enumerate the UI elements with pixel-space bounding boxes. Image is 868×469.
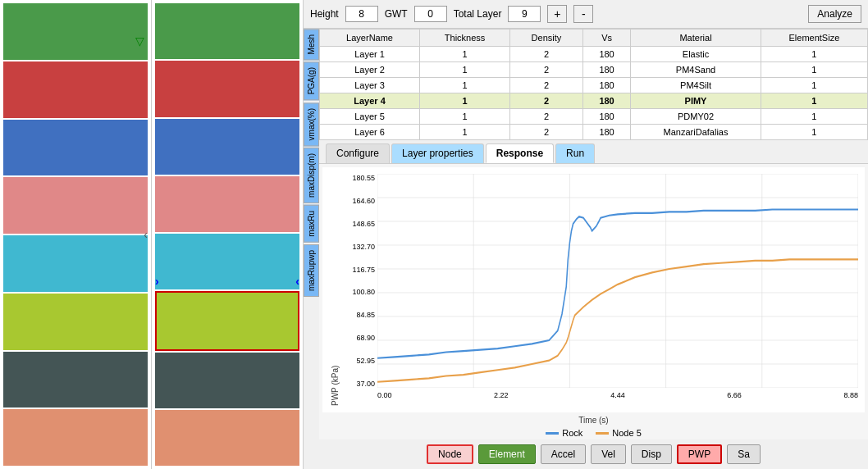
middle-layer-block[interactable] (155, 410, 299, 466)
table-area: LayerName Thickness Density Vs Material … (319, 29, 868, 140)
table-header-row: LayerName Thickness Density Vs Material … (320, 30, 868, 47)
cell-elementsize: 1 (761, 109, 867, 125)
cell-density: 2 (510, 125, 583, 140)
cell-density: 2 (510, 47, 583, 62)
content-with-sides: Mesh PGA(g) vmax(%) maxDisp(m) maxRu max… (304, 29, 868, 469)
y-axis-ticks: 180.55 164.60 148.65 132.70 116.75 100.8… (340, 174, 377, 388)
sa-button[interactable]: Sa (727, 444, 761, 464)
maxdisp-tab[interactable]: maxDisp(m) (304, 148, 319, 203)
y-axis-label: PWP (kPa) (329, 174, 340, 406)
left-layer-block[interactable] (3, 177, 148, 234)
col-vs: Vs (582, 30, 630, 47)
node-button[interactable]: Node (427, 444, 473, 464)
x-axis-ticks: 0.00 2.22 4.44 6.66 8.88 (377, 391, 858, 406)
total-layer-input[interactable] (508, 6, 541, 22)
vmax-tab[interactable]: vmax(%) (304, 102, 319, 146)
tab-run[interactable]: Run (555, 143, 595, 163)
cell-thickness: 1 (420, 109, 510, 125)
cell-thickness: 1 (420, 78, 510, 93)
gwt-input[interactable] (414, 6, 447, 22)
chart-svg (377, 174, 858, 388)
pga-tab[interactable]: PGA(g) (304, 61, 319, 100)
middle-layer-block[interactable] (155, 176, 299, 232)
chart-plot-area (377, 174, 858, 388)
cell-material: PIMY (631, 93, 761, 109)
gwt-label: GWT (385, 8, 408, 20)
cell-vs: 180 (582, 47, 630, 62)
cell-vs: 180 (582, 62, 630, 78)
cell-material: PDMY02 (631, 109, 761, 125)
middle-layer-block[interactable] (155, 3, 299, 59)
middle-layer-block[interactable] (155, 119, 299, 175)
vel-button[interactable]: Vel (591, 444, 626, 464)
cell-name: Layer 1 (320, 47, 420, 62)
col-thickness: Thickness (420, 30, 510, 47)
mesh-tab[interactable]: Mesh (304, 29, 319, 60)
middle-layer-stack: ›‹ (152, 0, 303, 469)
cell-vs: 180 (582, 125, 630, 140)
cell-thickness: 1 (420, 93, 510, 109)
cell-vs: 180 (582, 109, 630, 125)
cell-thickness: 1 (420, 62, 510, 78)
table-row[interactable]: Layer 1 1 2 180 Elastic 1 (320, 47, 868, 62)
tab-configure[interactable]: Configure (326, 143, 390, 163)
legend-node5-label: Node 5 (612, 428, 641, 438)
left-scroll-arrow: ‹ (144, 228, 148, 241)
middle-right-arrow: ‹ (295, 275, 299, 288)
middle-layer-block[interactable] (155, 234, 299, 289)
left-layer-block[interactable] (3, 61, 148, 118)
total-layer-label: Total Layer (454, 8, 502, 20)
cell-elementsize: 1 (761, 47, 867, 62)
middle-layer-block[interactable] (155, 61, 299, 116)
cell-material: PM4Sand (631, 62, 761, 78)
left-layer-block[interactable] (3, 352, 148, 408)
left-layer-block[interactable] (3, 120, 148, 176)
cell-density: 2 (510, 62, 583, 78)
cell-name: Layer 4 (320, 93, 420, 109)
cell-material: PM4Silt (631, 78, 761, 93)
element-button[interactable]: Element (478, 444, 536, 464)
table-row[interactable]: Layer 5 1 2 180 PDMY02 1 (320, 109, 868, 125)
analyze-button[interactable]: Analyze (808, 5, 861, 23)
add-layer-button[interactable]: + (547, 5, 567, 23)
cell-density: 2 (510, 93, 583, 109)
maxrupwp-tab[interactable]: maxRupwp (304, 244, 319, 297)
cell-density: 2 (510, 78, 583, 93)
cell-elementsize: 1 (761, 93, 867, 109)
remove-layer-button[interactable]: - (573, 5, 593, 23)
col-material: Material (631, 30, 761, 47)
cell-elementsize: 1 (761, 125, 867, 140)
middle-layer-block[interactable] (155, 353, 299, 408)
cell-material: ManzariDafalias (631, 125, 761, 140)
left-layer-block[interactable] (3, 409, 148, 466)
left-layer-block[interactable] (3, 235, 148, 292)
cell-name: Layer 2 (320, 62, 420, 78)
maxru-tab[interactable]: maxRu (304, 205, 319, 243)
middle-layer-block[interactable] (155, 291, 299, 350)
accel-button[interactable]: Accel (541, 444, 586, 464)
layer-table: LayerName Thickness Density Vs Material … (319, 29, 868, 140)
table-row[interactable]: Layer 4 1 2 180 PIMY 1 (320, 93, 868, 109)
col-density: Density (510, 30, 583, 47)
left-layer-block[interactable] (3, 294, 148, 350)
disp-button[interactable]: Disp (631, 444, 672, 464)
table-row[interactable]: Layer 3 1 2 180 PM4Silt 1 (320, 78, 868, 93)
right-panel: Height GWT Total Layer + - Analyze Mesh … (304, 0, 868, 469)
pwp-button[interactable]: PWP (677, 444, 722, 464)
bottom-buttons: Node Element Accel Vel Disp PWP Sa (319, 439, 868, 469)
tab-layer-properties[interactable]: Layer properties (391, 143, 484, 163)
cell-elementsize: 1 (761, 78, 867, 93)
table-row[interactable]: Layer 2 1 2 180 PM4Sand 1 (320, 62, 868, 78)
col-elementsize: ElementSize (761, 30, 867, 47)
table-row[interactable]: Layer 6 1 2 180 ManzariDafalias 1 (320, 125, 868, 140)
middle-panel: ›‹ (152, 0, 304, 469)
cell-elementsize: 1 (761, 62, 867, 78)
cell-name: Layer 6 (320, 125, 420, 140)
tab-response[interactable]: Response (486, 143, 554, 163)
legend-node5: Node 5 (596, 428, 641, 438)
cell-name: Layer 3 (320, 78, 420, 93)
height-label: Height (310, 8, 339, 20)
table-body: Layer 1 1 2 180 Elastic 1 Layer 2 1 2 18… (320, 47, 868, 140)
height-input[interactable] (345, 6, 378, 22)
left-layer-block[interactable] (3, 3, 148, 60)
